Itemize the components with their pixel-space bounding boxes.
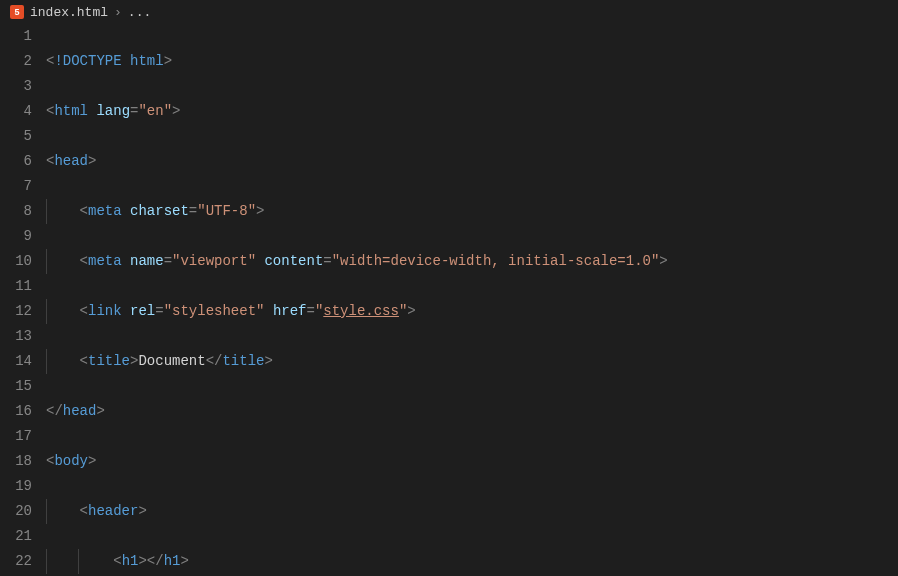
line-number[interactable]: 11: [0, 274, 32, 299]
line-number[interactable]: 16: [0, 399, 32, 424]
breadcrumb[interactable]: 5 index.html › ...: [0, 0, 898, 24]
code-editor[interactable]: 1 2 3 4 5 6 7 8 9 10 11 12 13 14 15 16 1…: [0, 24, 898, 576]
code-line[interactable]: <head>: [46, 149, 898, 174]
html5-icon: 5: [10, 5, 24, 19]
breadcrumb-more[interactable]: ...: [128, 5, 151, 20]
code-line[interactable]: <link rel="stylesheet" href="style.css">: [46, 299, 898, 324]
code-line[interactable]: <meta name="viewport" content="width=dev…: [46, 249, 898, 274]
line-number[interactable]: 12: [0, 299, 32, 324]
line-number[interactable]: 14: [0, 349, 32, 374]
code-line[interactable]: <html lang="en">: [46, 99, 898, 124]
line-number-gutter[interactable]: 1 2 3 4 5 6 7 8 9 10 11 12 13 14 15 16 1…: [0, 24, 46, 576]
line-number[interactable]: 2: [0, 49, 32, 74]
line-number[interactable]: 4: [0, 99, 32, 124]
code-line[interactable]: </head>: [46, 399, 898, 424]
line-number[interactable]: 18: [0, 449, 32, 474]
code-area[interactable]: <!DOCTYPE html> <html lang="en"> <head> …: [46, 24, 898, 576]
line-number[interactable]: 3: [0, 74, 32, 99]
breadcrumb-file[interactable]: index.html: [30, 5, 108, 20]
line-number[interactable]: 10: [0, 249, 32, 274]
code-line[interactable]: <header>: [46, 499, 898, 524]
line-number[interactable]: 8: [0, 199, 32, 224]
code-line[interactable]: <!DOCTYPE html>: [46, 49, 898, 74]
line-number[interactable]: 21: [0, 524, 32, 549]
line-number[interactable]: 1: [0, 24, 32, 49]
line-number[interactable]: 13: [0, 324, 32, 349]
line-number[interactable]: 9: [0, 224, 32, 249]
chevron-right-icon: ›: [114, 5, 122, 20]
line-number[interactable]: 17: [0, 424, 32, 449]
code-line[interactable]: <meta charset="UTF-8">: [46, 199, 898, 224]
line-number[interactable]: 22: [0, 549, 32, 574]
code-line[interactable]: <title>Document</title>: [46, 349, 898, 374]
line-number[interactable]: 19: [0, 474, 32, 499]
code-line[interactable]: <h1></h1>: [46, 549, 898, 574]
line-number[interactable]: 20: [0, 499, 32, 524]
line-number[interactable]: 5: [0, 124, 32, 149]
line-number[interactable]: 7: [0, 174, 32, 199]
line-number[interactable]: 15: [0, 374, 32, 399]
line-number[interactable]: 6: [0, 149, 32, 174]
code-line[interactable]: <body>: [46, 449, 898, 474]
